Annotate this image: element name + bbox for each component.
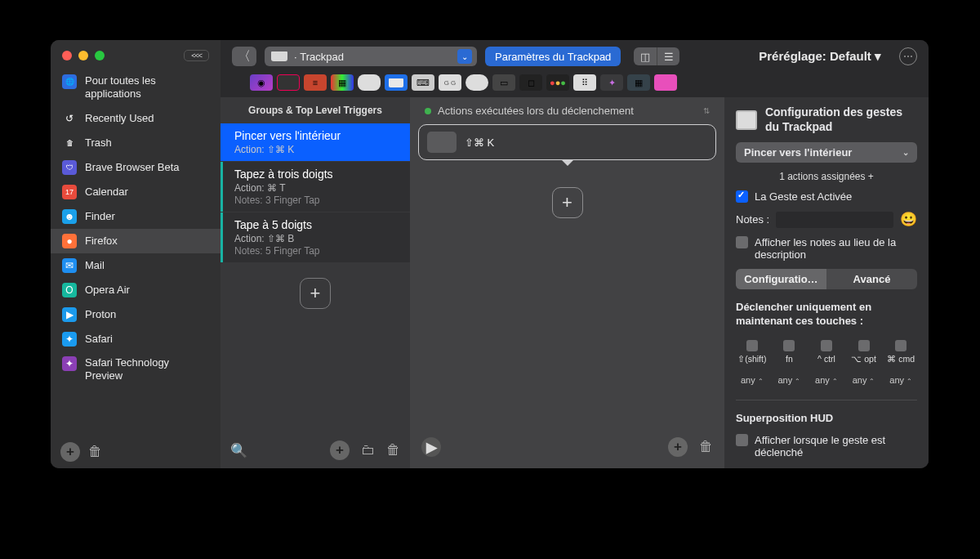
modifier-any-select[interactable]: any ⌃ bbox=[884, 375, 917, 385]
modifier-checkbox[interactable] bbox=[821, 340, 832, 351]
device-misc2[interactable]: ▦ bbox=[627, 74, 650, 91]
device-window[interactable]: ◻ bbox=[519, 74, 542, 91]
add-app-button[interactable]: + bbox=[60, 442, 80, 462]
gesture-enabled-row[interactable]: La Geste est Activée bbox=[736, 190, 917, 203]
modifier-any-select[interactable]: any ⌃ bbox=[848, 375, 880, 385]
modifier-label: ⌘ cmd bbox=[884, 354, 917, 364]
sidebar-item[interactable]: ▶Proton bbox=[51, 302, 220, 327]
app-icon: 🛡 bbox=[62, 160, 77, 175]
hud-show-checkbox[interactable] bbox=[736, 434, 748, 446]
collapse-sidebar-button[interactable]: <<< bbox=[184, 50, 209, 61]
app-icon: ✦ bbox=[62, 332, 77, 347]
modifier-checkbox[interactable] bbox=[895, 340, 906, 351]
add-action-button[interactable]: + bbox=[552, 187, 583, 218]
tab-configuration[interactable]: Configuratio… bbox=[736, 269, 826, 289]
device-magic-mouse[interactable] bbox=[466, 74, 488, 91]
sidebar-item[interactable]: OOpera Air bbox=[51, 278, 220, 302]
trigger-item[interactable]: Tape à 5 doigtsAction: ⇧⌘ BNotes: 5 Fing… bbox=[220, 212, 410, 262]
device-breadcrumb[interactable]: · Trackpad ⌄ bbox=[265, 47, 477, 66]
device-streamdeck[interactable]: ≡ bbox=[304, 74, 327, 91]
modifier-any-select[interactable]: any ⌃ bbox=[773, 375, 806, 385]
modifier-any-select[interactable]: any ⌃ bbox=[736, 375, 768, 385]
card-pointer-icon bbox=[561, 159, 574, 172]
add-trigger-button[interactable]: + bbox=[300, 278, 331, 309]
device-grid[interactable]: ▦ bbox=[331, 74, 354, 91]
breadcrumb-chevron-icon[interactable]: ⌄ bbox=[457, 49, 472, 64]
device-remote[interactable]: ▭ bbox=[492, 74, 515, 91]
delete-trigger-button[interactable]: 🗑 bbox=[386, 442, 400, 458]
sidebar-item-label: Trash bbox=[85, 136, 112, 149]
sidebar-item-label: Firefox bbox=[85, 235, 118, 247]
sidebar-item[interactable]: 17Calendar bbox=[51, 180, 220, 204]
sidebar-item[interactable]: 🛡Brave Browser Beta bbox=[51, 155, 220, 180]
device-trackpad[interactable] bbox=[385, 74, 408, 91]
sidebar-item[interactable]: ✉Mail bbox=[51, 253, 220, 278]
sidebar: <<< 🌐Pour toutes les applications↺Recent… bbox=[51, 40, 220, 468]
hud-section-header: Superposition HUD bbox=[736, 412, 917, 426]
folder-button[interactable]: 🗀 bbox=[361, 442, 375, 458]
device-star[interactable]: ✦ bbox=[600, 74, 623, 91]
close-window[interactable] bbox=[62, 51, 72, 60]
trigger-item[interactable]: Tapez à trois doigtsAction: ⌘ TNotes: 3 … bbox=[220, 162, 410, 212]
modifier-label: fn bbox=[773, 354, 806, 364]
gesture-enabled-label: La Geste est Activée bbox=[755, 190, 852, 203]
modifier-any-select[interactable]: any ⌃ bbox=[810, 375, 843, 385]
list-view-button[interactable]: ☰ bbox=[657, 47, 679, 65]
assigned-actions-label[interactable]: 1 actions assignées + bbox=[736, 171, 917, 182]
sidebar-item[interactable]: ☻Finder bbox=[51, 204, 220, 229]
minimize-window[interactable] bbox=[78, 51, 88, 60]
sidebar-item[interactable]: ✦Safari Technology Preview bbox=[51, 351, 220, 388]
device-keys[interactable]: G G bbox=[439, 74, 461, 91]
trackpad-settings-button[interactable]: Paramètres du Trackpad bbox=[485, 47, 621, 66]
modifier-checkbox[interactable] bbox=[783, 340, 795, 351]
back-button[interactable]: 〈 bbox=[232, 47, 256, 66]
device-dots[interactable]: ●●● bbox=[546, 74, 569, 91]
zoom-window[interactable] bbox=[95, 51, 105, 60]
sidebar-item[interactable]: ●Firefox bbox=[51, 229, 220, 253]
action-thumbnail bbox=[427, 132, 457, 153]
columns-view-button[interactable]: ◫ bbox=[634, 47, 657, 65]
modifier-checkbox[interactable] bbox=[858, 340, 870, 351]
trigger-title: Pincer vers l'intérieur bbox=[234, 129, 400, 142]
device-misc1[interactable]: ⠿ bbox=[573, 74, 596, 91]
more-menu-button[interactable]: ⋯ bbox=[899, 47, 917, 65]
device-globe[interactable]: ◉ bbox=[250, 74, 273, 91]
play-action-button[interactable]: ▶ bbox=[421, 437, 441, 457]
emoji-picker-button[interactable]: 😀 bbox=[900, 211, 917, 228]
delete-action-button[interactable]: 🗑 bbox=[699, 439, 713, 455]
preset-selector[interactable]: Préréglage: Default ▾ bbox=[759, 49, 881, 64]
sidebar-item-label: Safari Technology Preview bbox=[85, 356, 209, 383]
hud-show-label: Afficher lorsque le geste est déclenché bbox=[755, 434, 917, 458]
show-notes-row[interactable]: Afficher les notes au lieu de la descrip… bbox=[736, 236, 917, 261]
status-dot-icon bbox=[425, 108, 431, 114]
device-keyboard[interactable]: ⌨ bbox=[412, 74, 434, 91]
add-action-footer-button[interactable]: + bbox=[668, 437, 688, 457]
sidebar-item[interactable]: 🗑Trash bbox=[51, 131, 220, 155]
tab-advanced[interactable]: Avancé bbox=[826, 269, 917, 289]
add-trigger-footer-button[interactable]: + bbox=[330, 440, 350, 460]
trigger-list: Pincer vers l'intérieurAction: ⇧⌘ KTapez… bbox=[220, 123, 410, 263]
device-touchbar[interactable] bbox=[277, 74, 300, 91]
gesture-dropdown[interactable]: Pincer vers l'intérieur ⌄ bbox=[736, 142, 917, 163]
action-card[interactable]: ⇧⌘ K bbox=[418, 124, 716, 160]
search-button[interactable]: 🔍 bbox=[230, 442, 247, 459]
config-panel: Configuration des gestes du Trackpad Pin… bbox=[724, 97, 929, 468]
gesture-enabled-checkbox[interactable] bbox=[736, 190, 748, 203]
sidebar-item-label: Opera Air bbox=[85, 284, 130, 296]
sidebar-item[interactable]: ↺Recently Used bbox=[51, 106, 220, 131]
notes-input[interactable] bbox=[776, 212, 893, 228]
sidebar-item[interactable]: ✦Safari bbox=[51, 327, 220, 351]
delete-app-button[interactable]: 🗑 bbox=[88, 444, 102, 460]
show-notes-checkbox[interactable] bbox=[736, 236, 748, 248]
hud-show-row[interactable]: Afficher lorsque le geste est déclenché bbox=[736, 434, 917, 458]
actions-sort-icon[interactable]: ⇅ bbox=[703, 106, 710, 115]
app-icon: ↺ bbox=[62, 111, 77, 126]
trigger-item[interactable]: Pincer vers l'intérieurAction: ⇧⌘ K bbox=[220, 123, 410, 161]
app-icon: O bbox=[62, 283, 77, 297]
device-pink[interactable] bbox=[654, 74, 677, 91]
show-notes-label: Afficher les notes au lieu de la descrip… bbox=[755, 236, 917, 261]
sidebar-item-label: Proton bbox=[85, 308, 116, 320]
sidebar-item[interactable]: 🌐Pour toutes les applications bbox=[51, 69, 220, 106]
device-mouse[interactable] bbox=[358, 74, 381, 91]
modifier-checkbox[interactable] bbox=[746, 340, 758, 351]
